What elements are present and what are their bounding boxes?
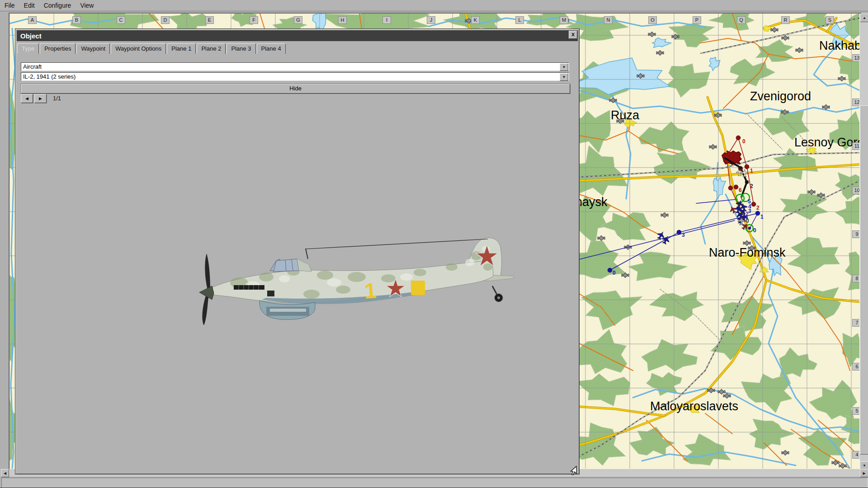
chevron-down-icon[interactable]: ▼ <box>560 73 568 81</box>
grid-col-label: D <box>161 16 170 24</box>
waypoint-dot[interactable] <box>728 186 733 190</box>
bridge-icon <box>796 47 803 52</box>
grid-col-label: C <box>117 16 125 24</box>
waypoint-dot[interactable] <box>748 227 751 230</box>
yellow-square-marking <box>411 281 425 295</box>
arrow-down-icon: ▼ <box>863 464 866 468</box>
grid-col-label: M <box>560 16 568 24</box>
tab-plane-2[interactable]: Plane 2 <box>197 43 226 54</box>
waypoint-label: 0 <box>753 227 756 234</box>
propeller-blade <box>203 296 208 325</box>
waypoint-dot[interactable] <box>751 202 756 206</box>
city-label: Maloyaroslavets <box>650 399 738 413</box>
air-intake <box>267 291 274 296</box>
waypoint-label: 1 <box>760 214 764 220</box>
waypoint-label: 1 <box>750 168 753 174</box>
close-icon: x <box>571 31 575 38</box>
tab-plane-3[interactable]: Plane 3 <box>226 43 255 54</box>
grid-col-label: Q <box>737 16 745 24</box>
bridge-icon <box>838 76 845 81</box>
object-model-dropdown[interactable]: IL-2, 1941 (2 series) ▼ <box>21 72 569 81</box>
menu-item-view[interactable]: View <box>75 2 98 9</box>
grid-col-label: N <box>604 16 613 24</box>
bridge-icon <box>661 212 668 217</box>
exhaust-slats <box>234 285 264 290</box>
waypoint-label: 2 <box>750 183 753 189</box>
antenna-mast <box>306 249 308 259</box>
chevron-down-icon[interactable]: ▼ <box>560 63 568 71</box>
menu-item-file[interactable]: File <box>0 2 19 9</box>
grid-row-label: 4 <box>852 451 859 459</box>
grid-row-label: 10 <box>852 187 859 194</box>
prev-button[interactable]: ◀ <box>21 94 33 103</box>
scroll-left-button[interactable]: ◀ <box>1 469 9 477</box>
arrow-left-icon: ◀ <box>25 96 28 101</box>
object-type-dropdown[interactable]: Aircraft ▼ <box>21 62 569 71</box>
waypoint-label: 0 <box>613 270 616 276</box>
object-model-value: IL-2, 1941 (2 series) <box>23 73 75 80</box>
bridge-icon <box>771 27 778 32</box>
waypoint-dot[interactable] <box>739 166 742 169</box>
tab-bar: TypePropertiesWaypointWaypoint OptionsPl… <box>17 43 287 54</box>
object-type-value: Aircraft <box>23 63 42 70</box>
city-label: Ruza <box>611 108 639 122</box>
grid-row-label: 7 <box>852 319 859 327</box>
aircraft-preview: 1 <box>198 235 515 326</box>
waypoint-dot[interactable] <box>677 230 681 235</box>
canopy-fairing <box>297 259 311 272</box>
bridge-icon <box>648 32 656 37</box>
grid-col-label: S <box>826 16 834 24</box>
grid-col-label: R <box>781 16 790 24</box>
bridge-icon <box>656 50 664 55</box>
close-button[interactable]: x <box>569 31 577 39</box>
waypoint-label: 6 <box>739 187 742 193</box>
tab-properties[interactable]: Properties <box>40 43 75 54</box>
tab-plane-1[interactable]: Plane 1 <box>167 43 196 54</box>
city-label: Zvenigorod <box>750 89 811 103</box>
dialog-title-bar[interactable]: Object <box>17 30 578 41</box>
grid-col-label: L <box>515 16 524 24</box>
grid-row-label: 11 <box>852 142 859 150</box>
menu-item-configure[interactable]: Configure <box>39 2 76 9</box>
waypoint-label: 2 <box>756 205 760 211</box>
waypoint-label: 0 <box>746 218 749 224</box>
waypoint-label: 3 <box>682 232 685 238</box>
grid-col-label: B <box>72 16 81 24</box>
grid-col-label: P <box>693 16 701 24</box>
tab-type[interactable]: Type <box>17 43 39 54</box>
vertical-scroll-thumb[interactable] <box>860 105 868 455</box>
scroll-right-button[interactable]: ▶ <box>860 469 868 477</box>
next-button[interactable]: ▶ <box>34 94 47 103</box>
waypoint-dot[interactable] <box>734 185 738 189</box>
grid-row-label: 5 <box>852 407 859 415</box>
arrow-right-icon: ▶ <box>39 96 42 101</box>
grid-col-label: A <box>28 16 37 24</box>
grid-row-label: 9 <box>852 230 859 238</box>
page-indicator: 1/1 <box>53 95 61 102</box>
grid-col-label: J <box>427 16 435 24</box>
menu-item-edit[interactable]: Edit <box>19 2 39 9</box>
wheel-hub <box>497 296 500 299</box>
tab-waypoint-options[interactable]: Waypoint Options <box>111 43 166 54</box>
hide-button[interactable]: Hide <box>21 84 570 94</box>
antenna-wire <box>306 239 488 249</box>
city-label: Nakhabino <box>819 39 859 53</box>
waypoint-dot[interactable] <box>736 136 741 140</box>
tab-plane-4[interactable]: Plane 4 <box>257 43 286 54</box>
arrow-right-icon: ▶ <box>863 471 865 475</box>
scroll-up-button[interactable]: ▲ <box>860 14 868 22</box>
grid-col-label: E <box>205 16 214 24</box>
tab-waypoint[interactable]: Waypoint <box>76 43 110 54</box>
status-bar <box>1 478 868 488</box>
grid-row-label: 8 <box>852 275 859 282</box>
bridge-icon <box>718 389 725 394</box>
city-label: Lesnoy Gorodok <box>794 136 859 150</box>
waypoint-dot[interactable] <box>755 211 760 216</box>
waypoint-dot[interactable] <box>745 180 749 184</box>
grid-col-label: I <box>382 16 391 24</box>
grid-row-label: 12 <box>852 99 859 106</box>
waypoint-label: 3 <box>748 208 751 214</box>
waypoint-dot[interactable] <box>745 164 749 169</box>
radiator-slat <box>270 309 306 312</box>
waypoint-dot[interactable] <box>608 268 612 272</box>
